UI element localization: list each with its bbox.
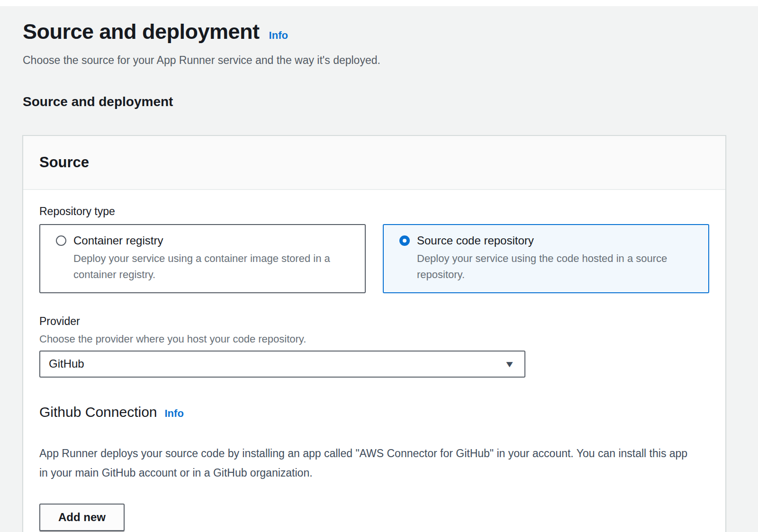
provider-field: Provider Choose the provider where you h… [39, 315, 709, 378]
chevron-down-icon: ▼ [504, 360, 515, 369]
tile-container-registry-head: Container registry [56, 234, 353, 247]
page-title-info-link[interactable]: Info [269, 29, 288, 42]
tile-source-code-repository-head: Source code repository [399, 234, 697, 247]
top-whitespace-strip [0, 0, 758, 6]
provider-description: Choose the provider where you host your … [39, 333, 709, 345]
page-title: Source and deployment [23, 19, 260, 44]
github-connection-info-link[interactable]: Info [165, 407, 184, 420]
tile-source-code-repository-description: Deploy your service using the code hoste… [417, 251, 682, 283]
tile-container-registry-description: Deploy your service using a container im… [73, 251, 339, 283]
source-card: Source Repository type Container registr… [22, 135, 726, 532]
radio-container-registry[interactable] [56, 235, 66, 246]
tile-container-registry-title: Container registry [73, 234, 163, 247]
source-card-body: Repository type Container registry Deplo… [23, 190, 725, 532]
tile-container-registry[interactable]: Container registry Deploy your service u… [39, 224, 366, 293]
source-card-title: Source [39, 154, 709, 171]
tile-source-code-repository-title: Source code repository [417, 234, 534, 247]
page-header: Source and deployment Info [23, 19, 758, 44]
provider-label: Provider [39, 315, 709, 328]
github-connection-header: Github Connection Info [39, 404, 709, 420]
page-background: Source and deployment Info Choose the so… [0, 6, 758, 532]
repository-type-tiles: Container registry Deploy your service u… [39, 224, 709, 293]
section-heading: Source and deployment [23, 94, 758, 109]
provider-select[interactable]: GitHub ▼ [39, 351, 525, 378]
source-card-header: Source [23, 136, 725, 190]
tile-source-code-repository[interactable]: Source code repository Deploy your servi… [383, 224, 709, 293]
provider-select-value: GitHub [49, 357, 84, 370]
add-new-button[interactable]: Add new [39, 504, 125, 531]
github-connection-heading: Github Connection [39, 404, 157, 420]
repository-type-label: Repository type [39, 205, 709, 218]
page-subtitle: Choose the source for your App Runner se… [23, 54, 758, 68]
radio-source-code-repository[interactable] [399, 235, 410, 246]
github-connection-paragraph: App Runner deploys your source code by i… [39, 444, 689, 483]
